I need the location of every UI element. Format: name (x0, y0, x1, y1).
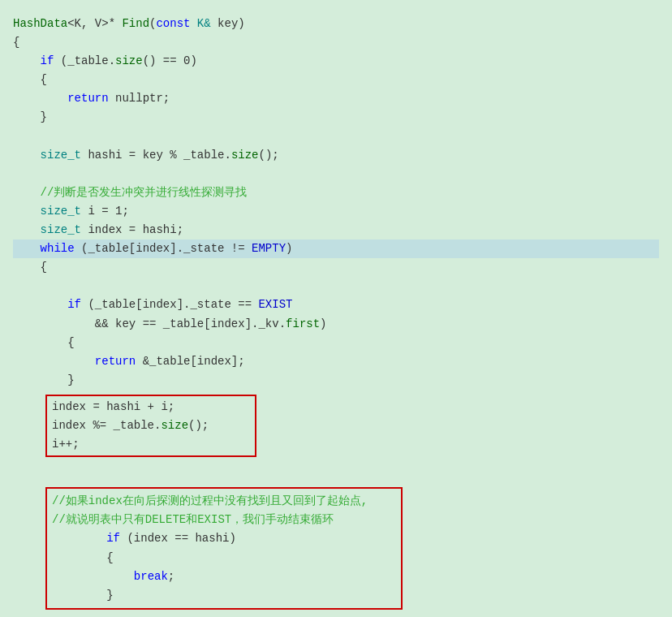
code-token: } (67, 373, 74, 386)
code-line: index %= _table.size(); (52, 416, 250, 435)
code-token: first (286, 317, 320, 330)
code-token: } (106, 589, 113, 602)
code-token: EMPTY (252, 242, 286, 255)
while-keyword: while (41, 242, 75, 255)
code-token: &_table[index]; (136, 355, 244, 368)
code-token: { (106, 551, 113, 564)
code-block: HashData<K, V>* Find(const K& key) { if … (0, 8, 672, 617)
code-line: HashData<K, V>* Find(const K& key) (13, 15, 659, 33)
code-token: if (67, 298, 81, 311)
code-token: index %= _table. (52, 419, 161, 432)
code-token: size_t (41, 149, 81, 162)
code-token: const (156, 17, 190, 30)
code-line: if (_table[index]._state == EXIST (13, 296, 659, 314)
code-line: //如果index在向后探测的过程中没有找到且又回到了起始点, (52, 492, 396, 511)
code-token: { (13, 36, 19, 49)
code-token: //如果index在向后探测的过程中没有找到且又回到了起始点, (52, 494, 368, 507)
code-line: index = hashi + i; (52, 398, 250, 416)
code-token: key (218, 17, 238, 30)
code-token: if (106, 532, 120, 545)
code-token: break (134, 570, 168, 583)
code-token: (); (188, 419, 209, 432)
code-line: size_t index = hashi; (13, 221, 659, 239)
code-token: i++; (52, 438, 80, 451)
code-line: { (13, 71, 659, 89)
code-token: return (95, 355, 136, 368)
code-line: if (index == hashi) (52, 529, 396, 548)
highlight-box-1: index = hashi + i; index %= _table.size(… (13, 393, 659, 459)
code-token: { (41, 73, 47, 86)
code-token: (_table[index]._state == (81, 298, 258, 311)
code-line: { (13, 258, 659, 277)
code-line: i++; (52, 435, 250, 454)
code-token: size (115, 54, 143, 67)
code-line (13, 165, 659, 183)
code-token: size (231, 149, 259, 162)
code-token: { (67, 336, 74, 349)
code-line: //判断是否发生冲突并进行线性探测寻找 (13, 183, 659, 202)
code-token: HashData (13, 17, 67, 30)
code-line: if (_table.size() == 0) (13, 52, 659, 71)
code-line (13, 127, 659, 146)
code-token: ; (122, 205, 128, 218)
code-token: () == (143, 54, 183, 67)
code-token: size (161, 419, 188, 432)
code-token: ; (168, 570, 174, 583)
code-line-while: while (_table[index]._state != EMPTY) (13, 239, 659, 258)
code-token: (_table[index]._state != (75, 242, 252, 255)
code-token: ) (286, 242, 292, 255)
code-line: } (52, 586, 396, 605)
code-token: hashi = key % _table. (81, 149, 231, 162)
code-token: } (41, 110, 47, 123)
code-line: return &_table[index]; (13, 352, 659, 371)
highlight-box-1-content: index = hashi + i; index %= _table.size(… (45, 395, 256, 457)
code-token: <K, V>* (67, 17, 122, 30)
code-line: size_t i = 1; (13, 202, 659, 221)
code-token: (index == hashi) (120, 532, 236, 545)
code-line: } (13, 371, 659, 390)
code-token: ) (190, 54, 196, 67)
code-token: K& (190, 17, 218, 30)
code-line: //就说明表中只有DELETE和EXIST，我们手动结束循环 (52, 511, 396, 529)
code-token: && key == _table[index]._kv. (95, 317, 286, 330)
code-token: i = (81, 205, 115, 218)
code-line: { (52, 549, 396, 567)
code-token: return (67, 92, 108, 105)
highlight-box-2-content: //如果index在向后探测的过程中没有找到且又回到了起始点, //就说明表中只… (45, 487, 403, 610)
code-line: { (13, 334, 659, 352)
code-line: && key == _table[index]._kv.first) (13, 315, 659, 334)
code-token: //就说明表中只有DELETE和EXIST，我们手动结束循环 (52, 513, 334, 526)
code-token: (_table. (54, 54, 115, 67)
code-token: size_t (41, 205, 81, 218)
code-token: size_t (41, 223, 81, 236)
code-token: { (41, 261, 47, 274)
code-line: } (13, 108, 659, 127)
code-token: index = hashi + i; (52, 400, 174, 413)
code-line: break; (52, 567, 396, 586)
code-token: (); (258, 149, 278, 162)
code-token: //判断是否发生冲突并进行线性探测寻找 (41, 186, 248, 199)
code-line (13, 462, 659, 481)
code-token: nullptr; (109, 92, 170, 105)
code-token: ) (238, 17, 244, 30)
highlight-box-2: //如果index在向后探测的过程中没有找到且又回到了起始点, //就说明表中只… (13, 484, 659, 613)
code-line: size_t hashi = key % _table.size(); (13, 146, 659, 165)
code-token: index = hashi; (81, 223, 183, 236)
code-token: Find (122, 17, 149, 30)
code-line: return nullptr; (13, 89, 659, 108)
code-token: if (41, 54, 54, 67)
code-token: ) (320, 317, 326, 330)
code-line: { (13, 33, 659, 52)
code-token: EXIST (258, 298, 292, 311)
code-line (13, 277, 659, 296)
